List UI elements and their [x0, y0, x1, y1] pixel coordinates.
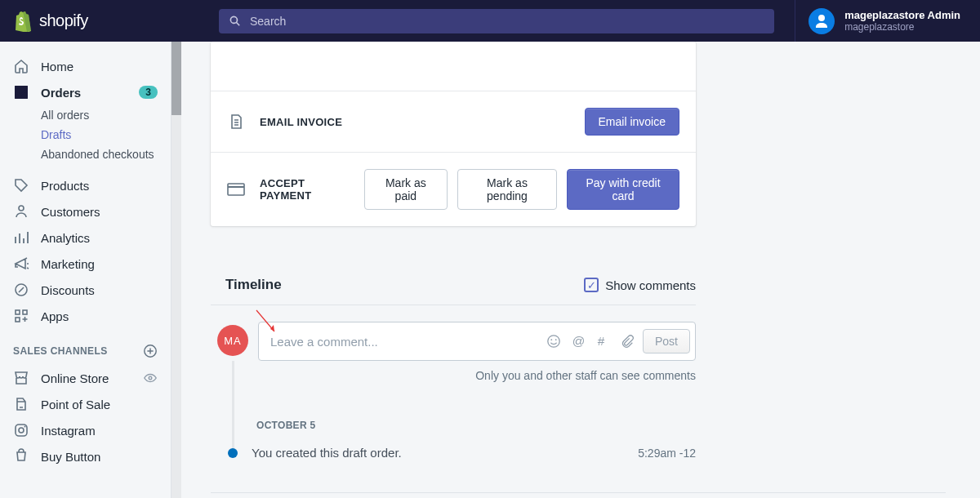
sidebar-item-label: Marketing [41, 257, 95, 271]
sidebar-item-label: Online Store [41, 371, 109, 385]
sidebar-item-label: Instagram [41, 424, 96, 438]
svg-rect-5 [16, 318, 20, 322]
sidebar-item-analytics[interactable]: Analytics [0, 225, 171, 251]
sidebar-item-label: Buy Button [41, 450, 100, 464]
sidebar: Home Orders 3 All orders Drafts Abandone… [0, 42, 172, 498]
sidebar-channel-pos[interactable]: Point of Sale [0, 391, 171, 417]
svg-point-16 [550, 339, 552, 340]
customers-icon [13, 203, 29, 220]
search-box[interactable] [219, 9, 774, 33]
user-icon [813, 13, 830, 29]
svg-point-10 [24, 426, 26, 428]
logo[interactable]: shopify [0, 11, 209, 32]
timeline-dot-icon [228, 448, 238, 458]
svg-point-17 [555, 339, 557, 340]
sidebar-item-label: Home [41, 60, 74, 73]
sidebar-item-apps[interactable]: Apps [0, 303, 171, 329]
svg-point-7 [149, 376, 152, 380]
timeline-event-time: 5:29am -12 [638, 447, 696, 460]
emoji-icon[interactable] [546, 334, 561, 349]
user-name: mageplazastore Admin [844, 9, 960, 22]
card-icon [227, 180, 245, 198]
sidebar-sub-drafts[interactable]: Drafts [0, 125, 171, 145]
marketing-icon [13, 256, 29, 272]
sidebar-item-label: Orders [41, 86, 81, 100]
svg-text:#: # [598, 334, 605, 348]
comment-input[interactable] [270, 335, 538, 349]
sidebar-item-products[interactable]: Products [0, 172, 171, 198]
sidebar-scrollbar[interactable] [172, 42, 181, 498]
buy-button-icon [13, 448, 29, 465]
channels-header: SALES CHANNELS [0, 329, 171, 365]
comment-box[interactable]: @ # Post [258, 322, 696, 361]
svg-point-9 [19, 428, 24, 433]
hash-icon[interactable]: # [595, 334, 610, 349]
svg-point-15 [548, 336, 559, 347]
sidebar-item-label: Discounts [41, 283, 95, 297]
sidebar-sub-all-orders[interactable]: All orders [0, 105, 171, 125]
attachment-icon[interactable] [620, 334, 635, 349]
sidebar-sub-abandoned[interactable]: Abandoned checkouts [0, 145, 171, 164]
search-icon [229, 15, 242, 28]
analytics-icon [13, 229, 29, 246]
products-icon [13, 177, 29, 193]
sidebar-item-label: Apps [41, 309, 69, 323]
sidebar-item-home[interactable]: Home [0, 53, 171, 79]
mark-paid-button[interactable]: Mark as paid [364, 169, 448, 210]
home-icon [13, 58, 29, 74]
sidebar-item-discounts[interactable]: Discounts [0, 277, 171, 303]
instagram-icon [13, 422, 29, 438]
sidebar-item-label: Point of Sale [41, 398, 110, 411]
comment-hint: Only you and other staff can see comment… [211, 361, 696, 382]
shopify-bag-icon [13, 11, 33, 32]
logo-text: shopify [39, 11, 88, 30]
checkbox-icon: ✓ [584, 278, 599, 292]
orders-badge: 3 [139, 86, 158, 99]
main-content: EMAIL INVOICE Email invoice ACCEPT PAYME… [181, 42, 980, 498]
email-invoice-button[interactable]: Email invoice [585, 108, 679, 136]
pay-credit-button[interactable]: Pay with credit card [567, 169, 679, 210]
svg-rect-4 [23, 310, 27, 314]
avatar [808, 8, 835, 34]
document-icon [227, 113, 245, 131]
svg-text:@: @ [572, 334, 586, 348]
user-initials-avatar: MA [217, 325, 248, 356]
sidebar-channel-buy-button[interactable]: Buy Button [0, 443, 171, 469]
discounts-icon [13, 282, 29, 298]
pos-icon [13, 396, 29, 412]
sidebar-item-marketing[interactable]: Marketing [0, 251, 171, 277]
timeline-event-text: You created this draft order. [232, 446, 402, 460]
mark-pending-button[interactable]: Mark as pending [457, 169, 557, 210]
svg-rect-12 [228, 184, 244, 195]
sidebar-item-label: Analytics [41, 231, 90, 245]
timeline-line [232, 361, 234, 453]
svg-rect-3 [16, 310, 20, 314]
show-comments-toggle[interactable]: ✓ Show comments [584, 278, 696, 292]
post-button[interactable]: Post [643, 329, 690, 353]
sidebar-item-label: Products [41, 179, 89, 193]
svg-point-1 [19, 206, 24, 211]
email-invoice-label: EMAIL INVOICE [260, 116, 342, 128]
user-menu[interactable]: mageplazastore Admin mageplazastore [795, 0, 980, 42]
accept-payment-row: ACCEPT PAYMENT Mark as paid Mark as pend… [211, 152, 696, 226]
apps-icon [13, 308, 29, 324]
eye-icon[interactable] [143, 371, 158, 385]
orders-icon [13, 84, 29, 100]
sidebar-item-label: Customers [41, 205, 100, 219]
mention-icon[interactable]: @ [571, 334, 586, 349]
timeline-title: Timeline [225, 277, 282, 293]
user-store: mageplazastore [844, 21, 960, 33]
sidebar-item-customers[interactable]: Customers [0, 198, 171, 225]
accept-payment-label: ACCEPT PAYMENT [260, 177, 350, 202]
sidebar-item-settings[interactable]: Settings [0, 492, 171, 498]
sidebar-channel-instagram[interactable]: Instagram [0, 417, 171, 443]
timeline-event: You created this draft order. 5:29am -12 [232, 446, 696, 460]
sidebar-item-orders[interactable]: Orders 3 [0, 79, 171, 105]
timeline-date: OCTOBER 5 [232, 385, 696, 446]
store-icon [13, 370, 29, 386]
search-input[interactable] [250, 15, 764, 28]
add-channel-icon[interactable] [143, 344, 158, 358]
email-invoice-row: EMAIL INVOICE Email invoice [211, 91, 696, 152]
sidebar-channel-online-store[interactable]: Online Store [0, 365, 171, 391]
